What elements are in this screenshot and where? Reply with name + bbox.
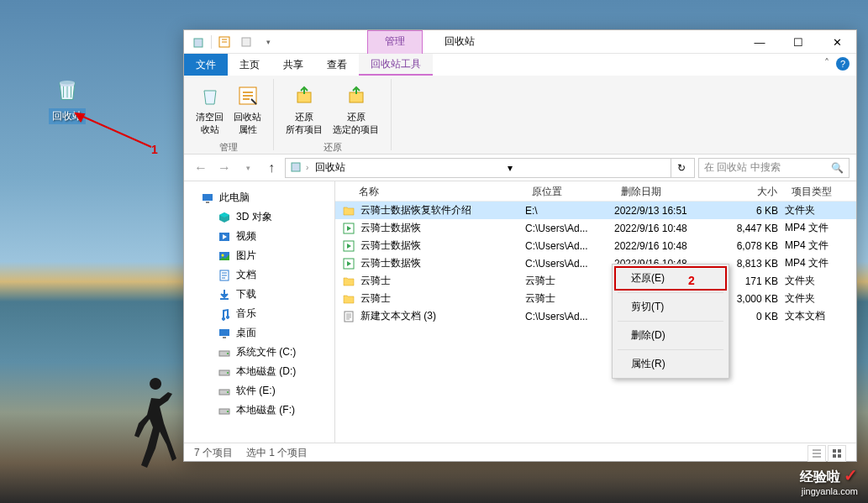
view-details-button[interactable] [808,445,826,462]
watermark-check-icon: ✓ [844,466,858,485]
context-properties[interactable]: 属性(R) [614,352,727,376]
watermark-sub: jingyanla.com [800,486,858,496]
tab-home[interactable]: 主页 [228,54,271,76]
file-row[interactable]: 云骑士数据恢C:\Users\Ad...2022/9/16 10:488,447… [335,219,856,237]
sidebar-item-0[interactable]: 3D 对象 [184,207,334,227]
sidebar-item-9[interactable]: 软件 (E:) [184,381,334,401]
address-bin-icon [289,160,302,176]
sidebar-item-8[interactable]: 本地磁盘 (D:) [184,362,334,381]
file-location: C:\Users\Ad... [525,240,614,252]
qat-dropdown-icon[interactable] [237,33,255,51]
sidebar-item-2[interactable]: 图片 [184,246,334,265]
group-restore-label: 还原 [324,141,342,154]
sidebar-item-6[interactable]: 桌面 [184,323,334,343]
sidebar-item-7[interactable]: 系统文件 (C:) [184,343,334,362]
svg-rect-32 [833,454,836,458]
recycle-bin-properties-button[interactable]: 回收站 属性 [229,79,266,139]
search-icon[interactable]: 🔍 [831,162,844,174]
sidebar-item-1[interactable]: 视频 [184,227,334,246]
file-type: 文件夹 [785,203,856,217]
help-icon[interactable]: ? [836,57,850,71]
properties-qat-icon[interactable] [215,33,234,51]
ribbon-tabs: 文件 主页 共享 查看 回收站工具 ˄ ? [184,54,856,76]
view-icons-button[interactable] [828,445,846,462]
file-size: 6,078 KB [711,240,785,252]
desktop-icon [218,327,231,340]
address-chevron-icon[interactable]: › [306,163,308,172]
navigation-sidebar: 此电脑 3D 对象视频图片文档下载音乐桌面系统文件 (C:)本地磁盘 (D:)软… [184,181,335,443]
svg-rect-30 [833,449,836,453]
address-field[interactable]: › 回收站 ▾ ↻ [285,158,695,178]
refresh-button[interactable]: ↻ [671,158,691,178]
status-bar: 7 个项目 选中 1 个项目 [184,443,856,463]
sidebar-item-4[interactable]: 下载 [184,285,334,304]
nav-back-button[interactable]: ← [191,158,211,178]
file-location: C:\Users\Ad... [525,311,614,322]
drive-icon [218,346,231,359]
restore-all-label: 还原 所有项目 [286,111,323,136]
maximize-button[interactable]: ☐ [779,30,818,54]
video-icon [342,222,355,235]
svg-rect-29 [345,312,353,322]
minimize-button[interactable]: — [740,30,779,54]
file-name: 云骑士数据恢 [360,238,421,253]
watermark-main: 经验啦 [800,469,840,484]
status-selected-count: 选中 1 个项目 [246,446,308,460]
qat-chevron-down-icon[interactable]: ▾ [259,33,277,51]
address-bar: ← → ▾ ↑ › 回收站 ▾ ↻ 在 回收站 中搜索 🔍 [184,155,856,181]
file-row[interactable]: 云骑士云骑士2022/9/16 17:33171 KB文件夹 [335,272,856,290]
folder-icon [342,275,355,288]
group-manage-label: 管理 [219,141,238,154]
nav-forward-button[interactable]: → [214,158,234,178]
svg-point-19 [227,353,229,354]
col-header-size[interactable]: 大小 [711,181,785,201]
sidebar-item-10[interactable]: 本地磁盘 (F:) [184,401,334,420]
drive-icon [218,385,231,398]
recycle-bin-qat-icon[interactable] [189,33,208,51]
sidebar-item-5[interactable]: 音乐 [184,304,334,323]
svg-rect-31 [838,449,841,453]
file-row[interactable]: 新建文本文档 (3)C:\Users\Ad...2022/9/19 11:490… [335,307,856,325]
restore-selected-button[interactable]: 还原 选定的项目 [328,79,384,139]
file-size: 6 KB [711,205,785,217]
restore-all-button[interactable]: 还原 所有项目 [281,79,328,139]
search-placeholder: 在 回收站 中搜索 [704,160,781,175]
context-restore[interactable]: 还原(E) [614,266,727,291]
close-button[interactable]: ✕ [818,30,856,54]
nav-recent-dropdown[interactable]: ▾ [238,158,258,178]
folder-icon [342,204,355,217]
address-dropdown-button[interactable]: ▾ [500,158,520,178]
3d-icon [218,211,231,224]
svg-point-25 [227,411,229,412]
col-header-location[interactable]: 原位置 [525,181,614,201]
file-location: 云骑士 [525,291,614,306]
breadcrumb-recycle-bin[interactable]: 回收站 [312,159,349,176]
context-tab-manage[interactable]: 管理 [367,30,423,54]
sidebar-item-label: 音乐 [236,307,256,321]
context-delete[interactable]: 删除(D) [614,323,727,348]
search-input[interactable]: 在 回收站 中搜索 🔍 [698,158,850,178]
restore-selected-icon [343,82,370,109]
empty-bin-label: 清空回 收站 [196,111,224,136]
tab-view[interactable]: 查看 [315,54,359,76]
col-header-name[interactable]: 名称 [335,181,525,201]
tab-recycle-tools[interactable]: 回收站工具 [359,54,433,76]
sidebar-item-3[interactable]: 文档 [184,265,334,285]
file-row[interactable]: 云骑士数据恢C:\Users\Ad...2022/9/16 10:488,813… [335,254,856,272]
sidebar-this-pc[interactable]: 此电脑 [184,188,334,207]
tab-file[interactable]: 文件 [184,54,228,76]
video-icon [342,257,355,270]
file-row[interactable]: 云骑士数据恢C:\Users\Ad...2022/9/16 10:486,078… [335,237,856,254]
col-header-type[interactable]: 项目类型 [785,181,856,201]
context-cut[interactable]: 剪切(T) [614,295,727,319]
col-header-date[interactable]: 删除日期 [614,181,711,201]
restore-selected-label: 还原 选定的项目 [333,111,379,136]
tab-share[interactable]: 共享 [271,54,315,76]
empty-recycle-bin-button[interactable]: 清空回 收站 [191,79,229,139]
file-row[interactable]: 云骑士数据恢复软件介绍E:\2022/9/13 16:516 KB文件夹 [335,202,856,219]
svg-rect-11 [206,202,209,203]
file-row[interactable]: 云骑士云骑士2022/9/16 17:343,000 KB文件夹 [335,290,856,307]
nav-up-button[interactable]: ↑ [261,158,281,178]
ribbon-collapse-icon[interactable]: ˄ [824,57,829,71]
ribbon-group-restore: 还原 所有项目 还原 选定的项目 还原 [274,79,392,150]
